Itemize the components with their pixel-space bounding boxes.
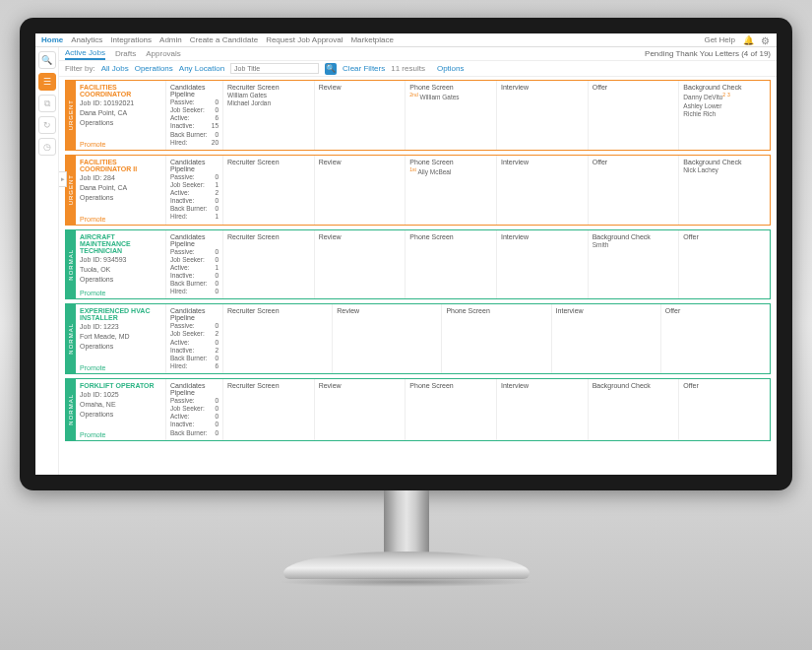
- candidate-chip[interactable]: William Gates: [227, 92, 310, 99]
- job-info: EXPERIENCED HVAC INSTALLERJob ID: 1223Fo…: [76, 304, 166, 373]
- stage-header: Interview: [501, 84, 584, 91]
- nav-analytics[interactable]: Analytics: [71, 35, 102, 44]
- pipeline-row: Job Seeker:0: [170, 256, 219, 264]
- stage-column[interactable]: Recruiter Screen: [223, 230, 315, 299]
- job-title-search-input[interactable]: [230, 63, 319, 74]
- stage-column[interactable]: Interview: [497, 230, 589, 299]
- clock-icon[interactable]: ◷: [38, 138, 56, 156]
- job-title-link[interactable]: FORKLIFT OPERATOR: [80, 382, 161, 389]
- stage-column[interactable]: Review: [315, 379, 406, 440]
- job-card[interactable]: NORMALAIRCRAFT MAINTENANCE TECHNICIANJob…: [65, 229, 771, 300]
- stages-row: Recruiter ScreenReviewPhone ScreenInterv…: [223, 379, 770, 440]
- candidate-chip[interactable]: Ashley Lower: [683, 102, 766, 110]
- expand-panel-toggle[interactable]: ▸: [59, 171, 67, 187]
- stage-column[interactable]: Phone Screen2nd William Gates: [406, 81, 497, 150]
- stage-column[interactable]: Offer: [589, 156, 680, 225]
- tab-active-jobs[interactable]: Active Jobs: [65, 48, 105, 60]
- monitor-screen: Home Analytics Integrations Admin Create…: [35, 33, 777, 475]
- tab-approvals[interactable]: Approvals: [146, 49, 181, 58]
- stage-column[interactable]: Interview: [497, 379, 589, 440]
- pipeline-row: Hired:1: [170, 213, 219, 221]
- options-link[interactable]: Options: [437, 64, 465, 73]
- nav-home[interactable]: Home: [41, 35, 63, 44]
- promote-link[interactable]: Promote: [80, 364, 105, 371]
- nav-create-candidate[interactable]: Create a Candidate: [190, 35, 258, 44]
- stage-column[interactable]: Offer: [589, 81, 680, 150]
- job-job-id: Job ID: 284: [80, 173, 161, 182]
- pipeline-row: Back Burner:0: [170, 131, 219, 139]
- filter-by-label: Filter by:: [65, 64, 95, 73]
- stage-column[interactable]: Interview: [497, 156, 589, 225]
- copy-icon[interactable]: ⧉: [38, 95, 56, 112]
- filter-all-jobs[interactable]: All Jobs: [101, 64, 129, 73]
- pipeline-header: Candidates Pipeline: [170, 382, 219, 396]
- get-help-link[interactable]: Get Help: [704, 35, 735, 44]
- candidate-chip[interactable]: Nick Lachey: [683, 166, 766, 174]
- stage-column[interactable]: Offer: [661, 304, 770, 373]
- history-icon[interactable]: ↻: [38, 116, 56, 134]
- nav-request-approval[interactable]: Request Job Approval: [266, 35, 343, 44]
- promote-link[interactable]: Promote: [80, 431, 105, 438]
- job-card[interactable]: NORMALEXPERIENCED HVAC INSTALLERJob ID: …: [65, 303, 771, 374]
- stage-header: Interview: [501, 382, 584, 389]
- pipeline-row: Passive:0: [170, 248, 219, 256]
- list-icon[interactable]: ☰: [38, 73, 56, 91]
- stage-column[interactable]: Recruiter ScreenWilliam GatesMichael Jor…: [223, 81, 315, 150]
- job-title-link[interactable]: EXPERIENCED HVAC INSTALLER: [80, 307, 161, 321]
- nav-integrations[interactable]: Integrations: [110, 35, 152, 44]
- stage-column[interactable]: Review: [315, 230, 406, 299]
- job-card[interactable]: URGENTFACILITIES COORDINATORJob ID: 1019…: [65, 80, 771, 151]
- stage-column[interactable]: Offer: [679, 379, 770, 440]
- gear-icon[interactable]: [761, 35, 771, 45]
- stage-column[interactable]: Review: [315, 81, 406, 150]
- stage-column[interactable]: Phone Screen: [406, 230, 497, 299]
- promote-link[interactable]: Promote: [80, 141, 105, 148]
- stage-column[interactable]: Background Check: [589, 379, 680, 440]
- stage-header: Background Check: [593, 233, 675, 240]
- pipeline-row: Back Burner:0: [170, 280, 219, 288]
- stage-column[interactable]: Phone Screen1st Ally McBeal: [406, 156, 497, 225]
- candidate-chip[interactable]: Smith: [593, 241, 675, 249]
- job-title-link[interactable]: FACILITIES COORDINATOR II: [80, 159, 161, 172]
- stage-header: Review: [337, 307, 437, 314]
- stage-column[interactable]: Review: [333, 304, 442, 373]
- stage-column[interactable]: Recruiter Screen: [223, 304, 333, 373]
- promote-link[interactable]: Promote: [80, 216, 105, 223]
- search-button[interactable]: 🔍: [325, 63, 337, 75]
- stage-column[interactable]: Recruiter Screen: [223, 156, 315, 225]
- stage-column[interactable]: Background CheckNick Lachey: [679, 156, 770, 225]
- job-card[interactable]: URGENTFACILITIES COORDINATOR IIJob ID: 2…: [65, 155, 771, 226]
- pipeline-header: Candidates Pipeline: [170, 233, 219, 247]
- candidate-chip[interactable]: 2nd William Gates: [409, 92, 492, 102]
- search-icon[interactable]: 🔍: [38, 51, 56, 69]
- filter-any-location[interactable]: Any Location: [179, 64, 224, 73]
- candidate-chip[interactable]: Michael Jordan: [227, 99, 310, 107]
- tab-drafts[interactable]: Drafts: [115, 49, 136, 58]
- stage-column[interactable]: Recruiter Screen: [223, 379, 315, 440]
- pending-thank-you-link[interactable]: Pending Thank You Letters (4 of 19): [645, 49, 771, 58]
- stage-column[interactable]: Phone Screen: [406, 379, 497, 440]
- clear-filters-link[interactable]: Clear Filters: [343, 64, 385, 73]
- stage-column[interactable]: Review: [315, 156, 406, 225]
- candidate-chip[interactable]: Danny DeVito2 3: [683, 92, 766, 102]
- stage-column[interactable]: Interview: [497, 81, 589, 150]
- candidate-chip[interactable]: Richie Rich: [683, 110, 766, 118]
- stage-column[interactable]: Offer: [679, 230, 770, 299]
- stage-column[interactable]: Phone Screen: [442, 304, 551, 373]
- job-list[interactable]: URGENTFACILITIES COORDINATORJob ID: 1019…: [59, 77, 777, 475]
- candidate-chip[interactable]: 1st Ally McBeal: [409, 166, 492, 177]
- job-card[interactable]: NORMALFORKLIFT OPERATORJob ID: 1025Omaha…: [65, 378, 771, 441]
- stage-column[interactable]: Background CheckDanny DeVito2 3Ashley Lo…: [679, 81, 770, 150]
- filter-operations[interactable]: Operations: [135, 64, 173, 73]
- nav-marketplace[interactable]: Marketplace: [350, 35, 394, 44]
- bell-icon[interactable]: [743, 35, 753, 45]
- stage-column[interactable]: Interview: [552, 304, 661, 373]
- stage-column[interactable]: Background CheckSmith: [589, 230, 680, 299]
- promote-link[interactable]: Promote: [80, 290, 105, 296]
- nav-admin[interactable]: Admin: [159, 35, 182, 44]
- job-title-link[interactable]: AIRCRAFT MAINTENANCE TECHNICIAN: [80, 233, 161, 254]
- stage-header: Recruiter Screen: [227, 382, 310, 389]
- job-title-link[interactable]: FACILITIES COORDINATOR: [80, 84, 161, 98]
- stage-header: Interview: [501, 233, 584, 240]
- pipeline-row: Hired:6: [170, 362, 219, 370]
